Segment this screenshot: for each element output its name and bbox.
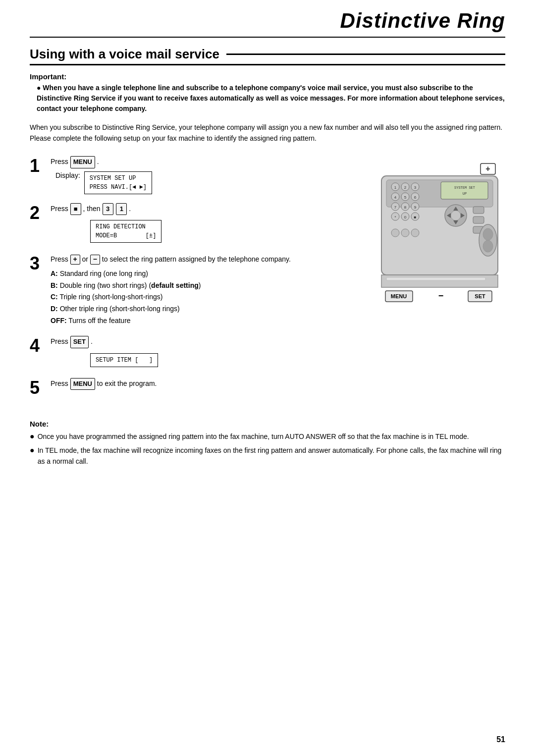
display-box-1: SYSTEM SET UPPRESS NAVI.[◄ ►] xyxy=(84,171,152,194)
svg-text:8: 8 xyxy=(404,205,407,210)
svg-rect-46 xyxy=(381,275,498,287)
svg-text:+: + xyxy=(485,164,490,173)
step-4-press: Press xyxy=(51,337,70,345)
note-label: Note: xyxy=(30,420,505,428)
main-content: 1 Press MENU . Display: SYSTEM SET UPPRE… xyxy=(30,156,505,406)
svg-point-41 xyxy=(401,229,409,237)
step-4-content: Press SET . SETUP ITEM [ ] xyxy=(51,336,352,369)
step-5-instruction: Press MENU to exit the program. xyxy=(51,378,352,390)
note-text-2: In TEL mode, the fax machine will recogn… xyxy=(38,445,505,467)
minus-key: − xyxy=(90,255,100,265)
intro-text: When you subscribe to Distinctive Ring S… xyxy=(30,122,505,144)
svg-text:UP: UP xyxy=(463,192,467,196)
step-4-number: 4 xyxy=(30,337,51,355)
step-3-or: or xyxy=(82,255,90,263)
step-5: 5 Press MENU to exit the program. xyxy=(30,378,352,397)
step-4: 4 Press SET . SETUP ITEM [ ] xyxy=(30,336,352,369)
page-container: Distinctive Ring Using with a voice mail… xyxy=(0,0,535,756)
device-column: + SYSTEM SET UP 1 2 3 xyxy=(362,156,505,406)
svg-text:7: 7 xyxy=(394,205,397,210)
option-b: B: Double ring (two short rings) (defaul… xyxy=(51,280,352,292)
svg-text:*: * xyxy=(394,215,396,219)
step-1: 1 Press MENU . Display: SYSTEM SET UPPRE… xyxy=(30,156,352,194)
note-bullet-2: ● xyxy=(30,445,35,467)
menu-key-1: MENU xyxy=(70,156,95,168)
steps-column: 1 Press MENU . Display: SYSTEM SET UPPRE… xyxy=(30,156,362,406)
step-3-content: Press + or − to select the ring pattern … xyxy=(51,254,352,326)
step-2: 2 Press ■ , then 3 1 . RING DETECTIONMOD… xyxy=(30,203,352,245)
step-2-instruction: Press ■ , then 3 1 . xyxy=(51,203,352,216)
step-3-instruction: Press + or − to select the ring pattern … xyxy=(51,254,352,265)
note-section: Note: ● Once you have programmed the ass… xyxy=(30,420,505,467)
svg-point-45 xyxy=(483,240,493,252)
step-2-suffix: . xyxy=(129,205,131,213)
svg-point-44 xyxy=(483,228,493,240)
step-2-press: Press xyxy=(51,205,70,213)
plus-key: + xyxy=(70,255,80,265)
important-block: Important: ● When you have a single tele… xyxy=(30,72,505,114)
step-2-then: , then xyxy=(83,205,103,213)
key-1: 1 xyxy=(116,203,127,216)
svg-point-40 xyxy=(391,229,399,237)
menu-key-5: MENU xyxy=(70,378,95,390)
important-bullet: ● When you have a single telephone line … xyxy=(37,83,505,114)
svg-point-42 xyxy=(411,229,419,237)
step-5-suffix: to exit the program. xyxy=(97,379,157,387)
step-1-content: Press MENU . Display: SYSTEM SET UPPRESS… xyxy=(51,156,352,194)
step-1-number: 1 xyxy=(30,157,51,175)
step-2-number: 2 xyxy=(30,204,51,222)
important-label: Important: xyxy=(30,72,505,81)
svg-text:SYSTEM SET: SYSTEM SET xyxy=(454,186,475,190)
svg-rect-4 xyxy=(441,182,488,199)
display-box-2: RING DETECTIONMODE=B [±] xyxy=(90,220,161,243)
note-item-1: ● Once you have programmed the assigned … xyxy=(30,431,505,442)
display-box-4: SETUP ITEM [ ] xyxy=(90,353,158,367)
svg-text:0: 0 xyxy=(404,215,407,219)
step-5-content: Press MENU to exit the program. xyxy=(51,378,352,393)
svg-text:5: 5 xyxy=(404,195,407,200)
note-bullet-1: ● xyxy=(30,431,35,442)
svg-text:−: − xyxy=(438,291,444,301)
step-2-content: Press ■ , then 3 1 . RING DETECTIONMODE=… xyxy=(51,203,352,245)
step-5-number: 5 xyxy=(30,379,51,397)
display-label-1: Display: xyxy=(55,171,80,179)
svg-text:■: ■ xyxy=(414,215,417,219)
section-heading-text: Using with a voice mail service xyxy=(30,47,219,62)
key-3: 3 xyxy=(103,203,113,216)
step-3-number: 3 xyxy=(30,255,51,272)
hash-key: ■ xyxy=(70,203,81,216)
section-heading: Using with a voice mail service xyxy=(30,47,505,65)
page-number: 51 xyxy=(496,735,505,744)
option-off: OFF: Turns off the feature xyxy=(51,315,352,327)
svg-text:SET: SET xyxy=(475,293,485,299)
page-title: Distinctive Ring xyxy=(340,9,505,32)
step-1-instruction: Press MENU . xyxy=(51,156,352,168)
step-4-suffix: . xyxy=(91,337,93,345)
step-4-instruction: Press SET . xyxy=(51,336,352,348)
step-3: 3 Press + or − to select the ring patter… xyxy=(30,254,352,326)
svg-text:3: 3 xyxy=(414,185,417,190)
svg-text:1: 1 xyxy=(394,185,397,190)
option-d: D: Other triple ring (short-short-long r… xyxy=(51,303,352,315)
svg-text:6: 6 xyxy=(414,195,417,200)
step-3-options: A: Standard ring (one long ring) B: Doub… xyxy=(51,268,352,327)
svg-rect-32 xyxy=(473,216,484,223)
step-5-press: Press xyxy=(51,379,70,387)
step-3-text: to select the ring pattern assigned by t… xyxy=(102,255,291,263)
svg-text:MENU: MENU xyxy=(391,293,407,299)
svg-point-35 xyxy=(451,211,461,220)
step-3-press: Press xyxy=(51,255,70,263)
svg-text:9: 9 xyxy=(414,205,417,210)
option-a: A: Standard ring (one long ring) xyxy=(51,268,352,280)
svg-text:4: 4 xyxy=(394,195,397,200)
svg-text:2: 2 xyxy=(404,185,407,190)
device-illustration: + SYSTEM SET UP 1 2 3 xyxy=(376,161,505,311)
title-bar: Distinctive Ring xyxy=(30,0,505,38)
set-key: SET xyxy=(70,336,89,348)
svg-rect-31 xyxy=(473,207,484,214)
fax-machine-svg: + SYSTEM SET UP 1 2 3 xyxy=(376,161,505,310)
svg-rect-47 xyxy=(386,277,485,280)
note-item-2: ● In TEL mode, the fax machine will reco… xyxy=(30,445,505,467)
option-c: C: Triple ring (short-long-short-rings) xyxy=(51,291,352,303)
heading-line xyxy=(226,54,505,55)
